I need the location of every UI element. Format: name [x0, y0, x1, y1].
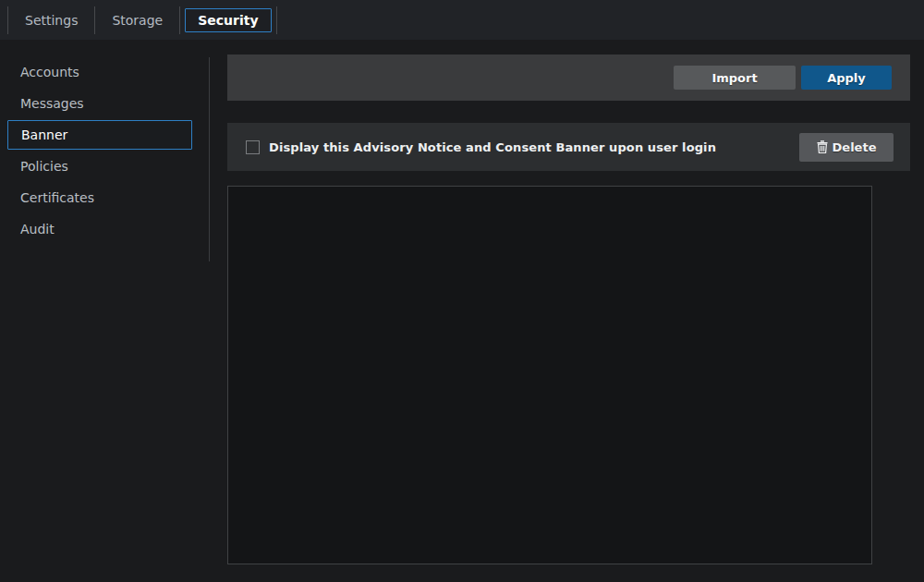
display-banner-checkbox[interactable]	[246, 140, 260, 154]
sidebar-item-banner[interactable]: Banner	[7, 120, 192, 150]
sidebar-item-messages[interactable]: Messages	[0, 88, 209, 119]
sidebar-item-audit[interactable]: Audit	[0, 213, 209, 245]
delete-button-label: Delete	[833, 140, 877, 154]
import-button[interactable]: Import	[674, 66, 796, 90]
security-sidebar: Accounts Messages Banner Policies Certif…	[0, 40, 209, 582]
sidebar-item-accounts[interactable]: Accounts	[0, 56, 209, 88]
trash-icon	[817, 140, 828, 153]
tab-storage[interactable]: Storage	[96, 8, 178, 32]
action-toolbar: Import Apply	[227, 55, 910, 101]
sidebar-item-policies[interactable]: Policies	[0, 151, 209, 182]
tab-settings[interactable]: Settings	[9, 8, 93, 32]
banner-text-editor[interactable]	[227, 186, 872, 564]
banner-panel: Import Apply Display this Advisory Notic…	[227, 0, 910, 568]
delete-button[interactable]: Delete	[799, 133, 894, 162]
banner-display-row: Display this Advisory Notice and Consent…	[227, 123, 910, 171]
tab-divider	[7, 6, 8, 34]
display-banner-label: Display this Advisory Notice and Consent…	[269, 140, 716, 154]
sidebar-main-divider	[209, 57, 210, 261]
apply-button[interactable]: Apply	[801, 66, 892, 90]
tab-divider	[179, 6, 180, 34]
sidebar-item-certificates[interactable]: Certificates	[0, 182, 209, 213]
tab-divider	[94, 6, 95, 34]
